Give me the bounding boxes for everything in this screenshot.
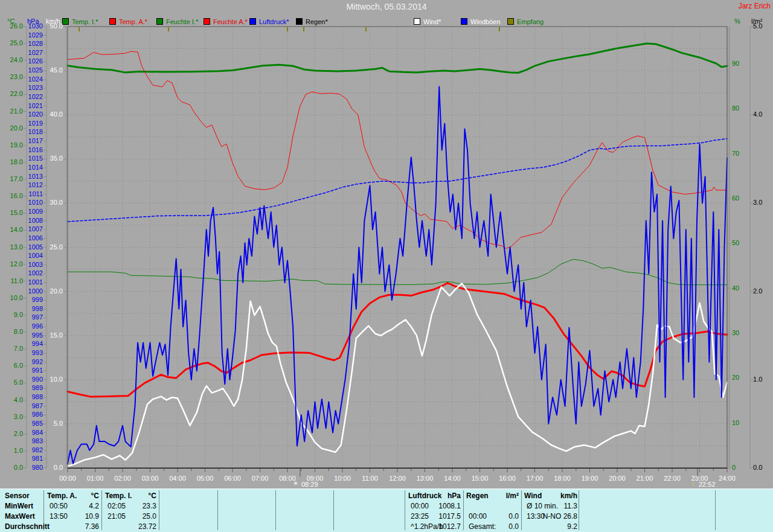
table-column-separator (521, 490, 522, 530)
table-cell-value: 7.36 (47, 522, 99, 531)
table-column-separator (217, 490, 218, 530)
table-row-label: Sensor (5, 491, 30, 501)
table-cell-value: 4.2 (47, 501, 99, 511)
empfang-dropout-tick (168, 27, 169, 31)
table-header-unit: °C (47, 491, 99, 501)
table-cell-value: 0.0 (466, 522, 519, 531)
table-cell-value: 1012.7 (408, 522, 461, 531)
weather-app-window: Mittwoch, 05.03.2014 Jarz Erich Temp. I.… (0, 0, 773, 532)
table-row-label: MaxWert (5, 511, 35, 521)
table-header-unit: hPa (408, 491, 461, 501)
statistics-table: SensorMinWertMaxWertDurchschnittTemp. A.… (0, 489, 773, 532)
table-column-separator (579, 490, 579, 530)
empfang-dropout-tick (303, 27, 304, 31)
table-cell-value: 11.3 (524, 501, 577, 511)
table-column-separator (463, 490, 464, 530)
sunrise-time-label: 08:29 (301, 481, 318, 488)
table-header-unit: °C (105, 491, 156, 501)
empfang-dropout-tick (365, 27, 367, 31)
empfang-dropout-tick (79, 27, 80, 31)
table-column-separator (405, 490, 405, 530)
table-cell-value: 10.9 (47, 511, 99, 521)
table-header-unit: l/m² (466, 491, 519, 501)
table-cell-value: 25.0 (105, 511, 156, 521)
table-column-separator (275, 490, 276, 530)
table-column-separator (333, 490, 334, 530)
table-header-unit: km/h (524, 491, 577, 501)
empfang-dropout-tick (499, 27, 500, 31)
sunset-icon: ↓ (691, 480, 694, 487)
table-column-separator (715, 490, 716, 530)
table-cell-value: 0.0 (466, 511, 519, 521)
table-column-separator (101, 490, 102, 530)
table-cell-value: N-NO 26.8 (524, 511, 577, 521)
empfang-dropout-tick (287, 27, 288, 31)
table-cell-value: 23.3 (105, 501, 156, 511)
table-cell-value: 1017.5 (408, 511, 461, 521)
sunset-time-label: 22:52 (699, 481, 716, 488)
table-cell-value: 23.72 (105, 522, 156, 531)
table-row-label: MinWert (5, 501, 33, 511)
table-column-separator (159, 490, 159, 530)
table-cell-value: 1008.1 (408, 501, 461, 511)
table-cell-value: 9.2 (524, 522, 577, 531)
sunrise-icon: ☀ (293, 480, 298, 487)
table-row-label: Durchschnitt (5, 522, 50, 531)
